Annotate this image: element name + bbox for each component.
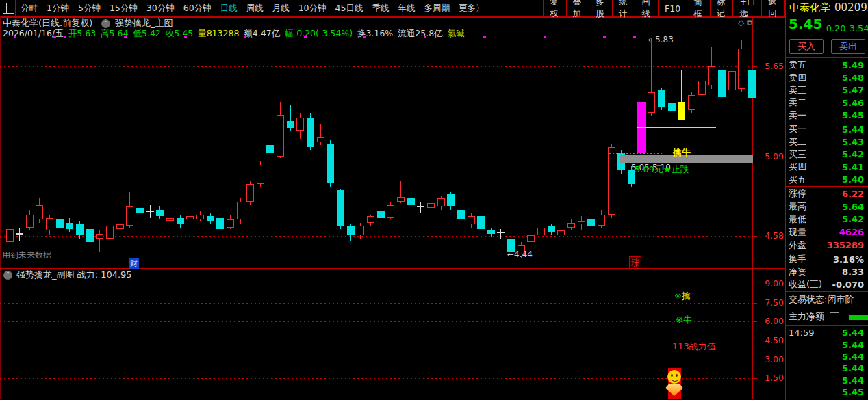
panel-stock-code: 002092 — [834, 3, 868, 13]
bid-row[interactable]: 买二5.43 — [786, 135, 868, 148]
month-dot — [304, 36, 307, 38]
info-field: 氯碱 — [448, 28, 465, 38]
period-tab-日线[interactable]: 日线 — [220, 3, 238, 14]
layout-icon[interactable] — [3, 3, 14, 14]
tool-button-8[interactable]: +自选 — [732, 0, 761, 16]
period-tab-5分钟[interactable]: 5分钟 — [78, 3, 101, 14]
month-dot — [363, 36, 366, 38]
candle-up — [357, 226, 364, 235]
candle-up — [738, 49, 745, 89]
ask-row[interactable]: 卖三5.47 — [786, 84, 868, 96]
period-tab-60分钟[interactable]: 60分钟 — [183, 3, 212, 14]
candle-down — [136, 208, 144, 213]
candle-up — [527, 235, 535, 242]
subchart-collapse-icon[interactable]: ˅ — [3, 271, 12, 280]
sub-axis-label: 3.00 — [755, 354, 784, 364]
divider — [786, 57, 868, 58]
tool-button-9[interactable]: 返回 — [761, 0, 785, 16]
tool-button-7[interactable]: 标记 — [710, 0, 733, 16]
candle-up — [608, 147, 615, 215]
period-tab-月线[interactable]: 月线 — [272, 3, 290, 14]
tool-button-0[interactable]: 复权 — [543, 0, 566, 16]
tool-button-2[interactable]: 多股 — [589, 0, 612, 16]
trade-tick-row[interactable]: 5.45 — [786, 386, 868, 398]
bid-row[interactable]: 买四5.41 — [786, 161, 868, 173]
trade-tick-row[interactable]: 5.44 — [786, 351, 868, 362]
tool-button-5[interactable]: F10 — [658, 0, 687, 16]
main-gridline — [0, 66, 752, 67]
candle-up — [257, 165, 264, 184]
candle-up — [537, 228, 545, 235]
trade-tick-row[interactable]: 5.44 — [786, 362, 868, 374]
month-dot — [64, 36, 66, 38]
period-tab-30分钟[interactable]: 30分钟 — [146, 3, 175, 14]
candle-down — [86, 229, 94, 242]
sub-gridline — [0, 360, 752, 360]
tool-button-1[interactable]: 叠加 — [566, 0, 589, 16]
candle-down — [447, 194, 455, 206]
divider — [15, 0, 16, 16]
divider — [786, 291, 868, 292]
ask-row[interactable]: 卖二5.46 — [786, 96, 868, 109]
month-dot — [544, 36, 546, 38]
period-tab-10分钟[interactable]: 10分钟 — [298, 3, 327, 14]
info-field: 额4.47亿 — [244, 28, 280, 38]
period-tab-更多〉[interactable]: 更多〉 — [459, 3, 485, 14]
period-tab-45日线[interactable]: 45日线 — [335, 3, 363, 14]
trade-tick-row[interactable]: 14:595.44 — [786, 327, 868, 338]
candle-down — [216, 218, 224, 229]
chart-title: 中泰化学(日线.前复权) — [3, 18, 92, 28]
list-icon[interactable] — [830, 312, 839, 321]
buy-button[interactable]: 买入 — [789, 39, 824, 54]
stat-row: 净资8.33 — [786, 266, 868, 279]
month-dot — [483, 36, 486, 38]
period-tab-1分钟[interactable]: 1分钟 — [47, 3, 69, 14]
price-change: -0.20 — [823, 23, 846, 34]
doji-body — [497, 232, 505, 233]
period-tab-15分钟[interactable]: 15分钟 — [110, 3, 138, 14]
candle-up — [367, 216, 374, 223]
window-corner-icons[interactable]: ◇ ⧉ — [738, 18, 753, 28]
sub-chart-canvas[interactable] — [0, 280, 752, 399]
bid-row[interactable]: 买一5.44 — [786, 123, 868, 135]
tick-list: 14:595.445.445.445.445.445.45 — [786, 327, 868, 398]
candle-up — [296, 118, 304, 131]
stat-row: 收益(三)-0.070 — [786, 278, 868, 291]
tool-button-3[interactable]: 统计 — [612, 0, 635, 16]
collapse-icon[interactable]: ˅ — [101, 19, 110, 28]
candle-down — [307, 118, 314, 147]
trade-tick-row[interactable]: 5.44 — [786, 338, 868, 350]
sub-gridline — [0, 341, 752, 341]
finance-marker[interactable]: 财 — [129, 258, 139, 269]
period-tab-季线[interactable]: 季线 — [372, 3, 389, 14]
period-tab-分时[interactable]: 分时 — [21, 3, 38, 14]
ask-row[interactable]: 卖一5.45 — [786, 109, 868, 122]
candle-down — [668, 103, 676, 111]
candle-up — [648, 92, 655, 113]
tool-button-6[interactable]: 简框 — [687, 0, 710, 16]
ask-row[interactable]: 卖五5.49 — [786, 59, 868, 71]
stat-row: 涨停6.22 — [786, 187, 868, 200]
sub-axis-label: 6.00 — [755, 316, 784, 326]
sub-gridline — [0, 303, 752, 304]
sell-button[interactable]: 卖出 — [831, 39, 865, 54]
bid-row[interactable]: 买五5.40 — [786, 174, 868, 186]
divider — [786, 308, 868, 308]
stop-fall-label: 5.09元★止跌 — [635, 164, 689, 174]
candle-up — [237, 202, 244, 219]
trade-tick-row[interactable]: 5.44 — [786, 375, 868, 386]
period-tab-年线[interactable]: 年线 — [398, 3, 415, 14]
info-field: 换3.16% — [357, 28, 393, 38]
ask-row[interactable]: 卖四5.48 — [786, 71, 868, 83]
candle-up — [186, 216, 194, 219]
tool-button-4[interactable]: 画线 — [635, 0, 658, 16]
app-window: 分时1分钟5分钟15分钟30分钟60分钟日线周线月线10分钟45日线季线年线多周… — [0, 0, 868, 400]
bid-row[interactable]: 买三5.42 — [786, 148, 868, 161]
period-tabs: 分时1分钟5分钟15分钟30分钟60分钟日线周线月线10分钟45日线季线年线多周… — [21, 0, 484, 16]
info-field: 低5.42 — [133, 28, 160, 38]
month-dot — [424, 36, 426, 38]
period-tab-周线[interactable]: 周线 — [246, 3, 264, 14]
period-tab-多周期[interactable]: 多周期 — [424, 3, 450, 14]
sub-gridline — [0, 378, 752, 379]
rise-marker[interactable]: 涨 — [629, 256, 641, 269]
